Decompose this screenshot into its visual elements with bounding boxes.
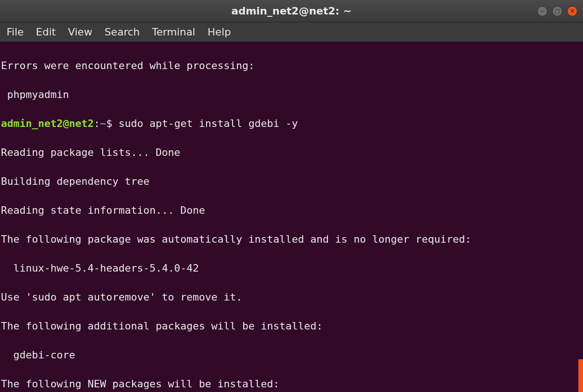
prompt-line: admin_net2@net2:~$ sudo apt-get install … (1, 116, 582, 131)
titlebar[interactable]: admin_net2@net2: ~ – ▢ ✕ (0, 0, 583, 22)
menu-file[interactable]: File (5, 24, 26, 40)
close-icon: ✕ (570, 7, 575, 14)
output-line: phpmyadmin (1, 87, 582, 102)
output-line: The following NEW packages will be insta… (1, 377, 582, 391)
scrollbar-thumb[interactable] (578, 359, 583, 392)
window-title: admin_net2@net2: ~ (231, 5, 351, 17)
menu-help[interactable]: Help (206, 24, 233, 40)
prompt-dollar: $ (106, 118, 119, 129)
output-line: The following additional packages will b… (1, 319, 582, 333)
output-line: Errors were encountered while processing… (1, 58, 582, 73)
maximize-icon: ▢ (555, 7, 560, 14)
output-line: Building dependency tree (1, 174, 582, 189)
minimize-icon: – (540, 7, 544, 14)
terminal-window: admin_net2@net2: ~ – ▢ ✕ File Edit View … (0, 0, 583, 392)
menubar: File Edit View Search Terminal Help (0, 22, 583, 42)
output-line: The following package was automatically … (1, 232, 582, 246)
terminal-body[interactable]: Errors were encountered while processing… (0, 42, 583, 392)
command-text: sudo apt-get install gdebi -y (119, 118, 298, 129)
output-line: linux-hwe-5.4-headers-5.4.0-42 (1, 261, 582, 275)
minimize-button[interactable]: – (537, 6, 547, 16)
prompt-user-host: admin_net2@net2 (1, 118, 94, 129)
maximize-button[interactable]: ▢ (552, 6, 562, 16)
menu-search[interactable]: Search (103, 24, 142, 40)
output-line: Reading state information... Done (1, 203, 582, 217)
output-line: Use 'sudo apt autoremove' to remove it. (1, 290, 582, 304)
output-line: gdebi-core (1, 348, 582, 362)
prompt-colon: : (94, 118, 100, 129)
output-line: Reading package lists... Done (1, 145, 582, 160)
close-button[interactable]: ✕ (567, 6, 577, 16)
menu-view[interactable]: View (66, 24, 94, 40)
window-controls: – ▢ ✕ (537, 6, 577, 16)
menu-edit[interactable]: Edit (34, 24, 58, 40)
prompt-path: ~ (100, 118, 106, 129)
menu-terminal[interactable]: Terminal (150, 24, 197, 40)
